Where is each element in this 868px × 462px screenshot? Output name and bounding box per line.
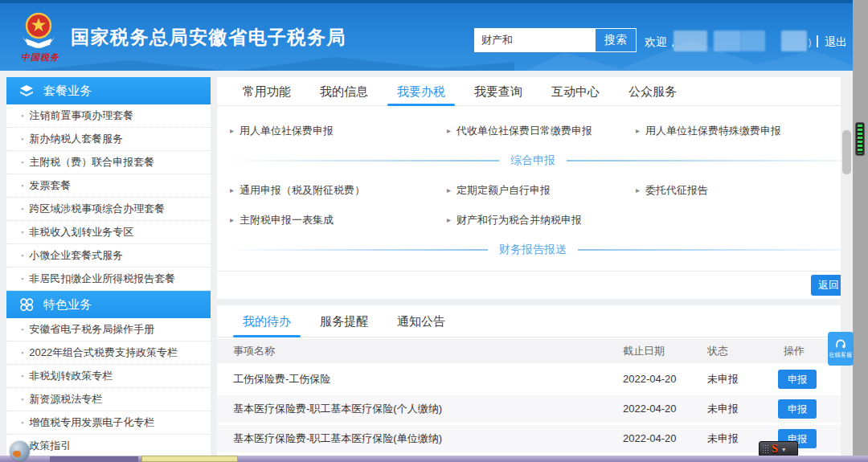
bullet-icon: ▪ bbox=[21, 419, 23, 427]
sidebar-item[interactable]: ▪跨区域涉税事项综合办理套餐 bbox=[6, 198, 211, 221]
battery-level-bars bbox=[858, 125, 862, 153]
function-link[interactable]: ▸主附税申报一表集成 bbox=[230, 213, 447, 227]
table-row: 基本医疗保险费-职工基本医疗保险(单位缴纳) 2022-04-20 未申报 申报 bbox=[217, 425, 849, 452]
sidebar-section-package-business[interactable]: 套餐业务 bbox=[6, 77, 211, 104]
bullet-icon: ▪ bbox=[21, 275, 23, 283]
sidebar-item[interactable]: ▪主附税（费）联合申报套餐 bbox=[6, 151, 211, 174]
tab-service-reminder[interactable]: 服务提醒 bbox=[305, 305, 383, 337]
sidebar-item[interactable]: ▪政策指引 bbox=[6, 435, 211, 458]
divider-line bbox=[578, 249, 841, 251]
drag-handle-icon[interactable] bbox=[762, 444, 769, 454]
sidebar-item[interactable]: ▪非税收入划转业务专区 bbox=[6, 221, 211, 244]
panel-footer: 返回 bbox=[217, 271, 849, 299]
tab-my-todo[interactable]: 我的待办 bbox=[228, 305, 305, 337]
function-link-label: 委托代征报告 bbox=[645, 183, 708, 198]
financial-report-divider: 财务报告报送 bbox=[217, 235, 849, 264]
headset-icon bbox=[834, 338, 847, 349]
comprehensive-links-row-2: ▸主附税申报一表集成 ▸财产和行为税合并纳税申报 bbox=[217, 205, 849, 235]
sidebar-item[interactable]: ▪安徽省电子税务局操作手册 bbox=[6, 318, 211, 341]
sidebar-item[interactable]: ▪非税划转政策专栏 bbox=[6, 365, 211, 388]
todo-deadline: 2022-04-20 bbox=[623, 395, 677, 423]
status-badge: 未申报 bbox=[707, 395, 739, 423]
function-link-label: 用人单位社保费申报 bbox=[240, 124, 334, 138]
tab-public-services[interactable]: 公众服务 bbox=[614, 77, 691, 105]
todo-panel: 我的待办 服务提醒 通知公告 事项名称 截止日期 状态 操作 工伤保险费-工伤保… bbox=[217, 305, 849, 462]
todo-tabbar: 我的待办 服务提醒 通知公告 bbox=[217, 305, 849, 337]
logout-link[interactable]: 退出 bbox=[825, 35, 847, 50]
taskbar[interactable] bbox=[0, 456, 868, 462]
function-link-label: 财产和行为税合并纳税申报 bbox=[457, 213, 582, 227]
todo-deadline: 2022-04-20 bbox=[623, 425, 677, 452]
function-link[interactable]: ▸财产和行为税合并纳税申报 bbox=[447, 213, 636, 227]
tab-common-functions[interactable]: 常用功能 bbox=[228, 77, 305, 105]
online-customer-service-button[interactable]: 在线客服 bbox=[828, 332, 854, 366]
function-link-label: 用人单位社保费特殊缴费申报 bbox=[645, 124, 781, 138]
main-tabbar: 常用功能 我的信息 我要办税 我要查询 互动中心 公众服务 bbox=[217, 77, 849, 106]
sidebar-item[interactable]: ▪发票套餐 bbox=[6, 174, 211, 198]
tab-my-information[interactable]: 我的信息 bbox=[305, 77, 383, 105]
divider-line bbox=[567, 160, 841, 161]
tab-notices[interactable]: 通知公告 bbox=[383, 305, 460, 337]
function-link-label: 主附税申报一表集成 bbox=[240, 213, 334, 227]
social-insurance-links-row: ▸用人单位社保费申报 ▸代收单位社保费日常缴费申报 ▸用人单位社保费特殊缴费申报 bbox=[217, 116, 849, 145]
function-link-label: 定期定额户自行申报 bbox=[457, 183, 551, 198]
taskbar-item[interactable] bbox=[50, 456, 138, 462]
sidebar-item[interactable]: ▪新办纳税人套餐服务 bbox=[6, 128, 211, 151]
status-badge: 未申报 bbox=[707, 425, 739, 452]
sidebar-item-label: 政策指引 bbox=[29, 440, 71, 452]
comprehensive-links-row-1: ▸通用申报（税及附征税费） ▸定期定额户自行申报 ▸委托代征报告 bbox=[217, 175, 849, 205]
sidebar-item[interactable]: ▪注销前置事项办理套餐 bbox=[6, 104, 211, 128]
sidebar-item[interactable]: ▪小微企业套餐式服务 bbox=[6, 244, 211, 268]
desktop-edge-strip bbox=[853, 0, 868, 462]
column-header-status: 状态 bbox=[707, 339, 728, 363]
tab-inquiry[interactable]: 我要查询 bbox=[460, 77, 537, 105]
function-link[interactable]: ▸用人单位社保费特殊缴费申报 bbox=[636, 124, 849, 138]
sidebar-item-label: 非居民扣缴企业所得税报告套餐 bbox=[29, 272, 175, 284]
taskbar-item[interactable] bbox=[141, 456, 238, 462]
sidebar-item[interactable]: ▪新资源税法专栏 bbox=[6, 388, 211, 411]
sidebar-section-featured-business[interactable]: 特色业务 bbox=[6, 291, 211, 318]
sidebar-item-label: 发票套餐 bbox=[29, 179, 71, 191]
sidebar-item-label: 新办纳税人套餐服务 bbox=[29, 133, 123, 145]
sidebar-item-label: 非税收入划转业务专区 bbox=[29, 226, 133, 238]
sidebar-item[interactable]: ▪非居民扣缴企业所得税报告套餐 bbox=[6, 268, 211, 291]
redacted-username bbox=[714, 31, 741, 51]
sidebar-item[interactable]: ▪2022年组合式税费支持政策专栏 bbox=[6, 341, 211, 365]
bullet-icon: ▪ bbox=[21, 182, 23, 190]
tab-tax-filing[interactable]: 我要办税 bbox=[383, 77, 460, 105]
declare-button[interactable]: 申报 bbox=[778, 370, 817, 389]
sidebar-item-label: 注销前置事项办理套餐 bbox=[29, 109, 133, 121]
column-header-deadline: 截止日期 bbox=[623, 339, 665, 363]
function-link[interactable]: ▸定期定额户自行申报 bbox=[447, 183, 636, 198]
divider-line bbox=[225, 160, 499, 161]
chevron-down-icon[interactable]: ▼ bbox=[781, 447, 787, 452]
customer-service-label: 在线客服 bbox=[829, 351, 853, 359]
todo-deadline: 2022-04-20 bbox=[623, 366, 677, 393]
caret-icon: ▸ bbox=[447, 126, 451, 135]
function-link[interactable]: ▸通用申报（税及附征税费） bbox=[230, 183, 447, 198]
sidebar-item-label: 增值税专用发票电子化专栏 bbox=[29, 416, 154, 428]
redacted-username bbox=[674, 31, 707, 51]
bullet-icon: ▪ bbox=[21, 395, 23, 403]
sidebar-item-label: 2022年组合式税费支持政策专栏 bbox=[29, 346, 178, 358]
taskbar-app-icon[interactable] bbox=[10, 441, 30, 461]
sidebar-item-label: 主附税（费）联合申报套餐 bbox=[29, 156, 154, 168]
sidebar: 套餐业务 ▪注销前置事项办理套餐 ▪新办纳税人套餐服务 ▪主附税（费）联合申报套… bbox=[6, 77, 211, 462]
search-input[interactable] bbox=[474, 28, 595, 52]
tab-interaction-center[interactable]: 互动中心 bbox=[537, 77, 614, 105]
divider bbox=[817, 35, 818, 47]
declare-button[interactable]: 申报 bbox=[778, 399, 817, 419]
function-link[interactable]: ▸用人单位社保费申报 bbox=[230, 124, 447, 138]
ime-toolbar[interactable]: S ▼ bbox=[759, 441, 798, 457]
sidebar-item[interactable]: ▪增值税专用发票电子化专栏 bbox=[6, 411, 211, 435]
caret-icon: ▸ bbox=[230, 186, 234, 194]
search-button[interactable]: 搜索 bbox=[595, 28, 637, 52]
header-search: 搜索 bbox=[474, 28, 637, 52]
sogou-s-icon: S bbox=[772, 444, 778, 455]
function-link[interactable]: ▸代收单位社保费日常缴费申报 bbox=[447, 124, 636, 138]
scrollbar-thumb[interactable] bbox=[842, 130, 851, 174]
bullet-icon: ▪ bbox=[21, 112, 23, 120]
bullet-icon: ▪ bbox=[21, 251, 23, 260]
comprehensive-declaration-divider: 综合申报 bbox=[217, 145, 849, 175]
function-link[interactable]: ▸委托代征报告 bbox=[636, 183, 849, 198]
